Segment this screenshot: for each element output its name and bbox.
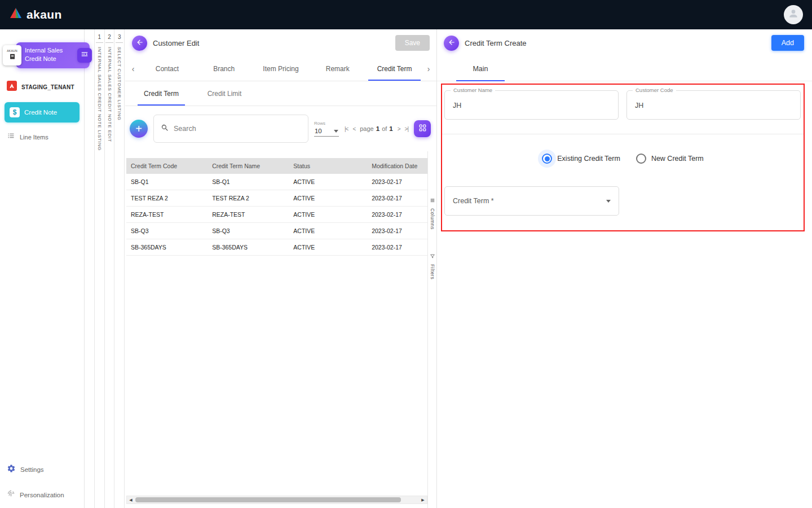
- page-indicator: page 1 of 1: [360, 125, 392, 132]
- tabs-scroll-left[interactable]: ‹: [127, 56, 139, 81]
- arrow-back-icon: [448, 38, 456, 48]
- columns-label: Columns: [430, 208, 435, 230]
- table-row[interactable]: SB-Q1 SB-Q1 ACTIVE 2023-02-17: [126, 174, 427, 190]
- caret-down-icon: [334, 130, 338, 133]
- sidebar-item-personalization[interactable]: Personalization: [0, 489, 84, 500]
- credit-note-icon: $: [10, 107, 20, 117]
- rows-value: 10: [315, 128, 322, 134]
- tab-main[interactable]: Main: [456, 56, 505, 81]
- sidebar-item-label: Line Items: [20, 134, 48, 141]
- radio-existing-credit-term[interactable]: Existing Credit Term: [542, 154, 620, 164]
- subtab-credit-term[interactable]: Credit Term: [130, 81, 193, 106]
- prev-page-button[interactable]: <: [352, 126, 355, 132]
- akaun-logo-icon: [9, 7, 23, 23]
- tenant-row[interactable]: STAGING_TENANT: [0, 81, 84, 93]
- tab-remark[interactable]: Remark: [309, 56, 366, 81]
- column-header: Status: [289, 158, 367, 174]
- credit-term-select[interactable]: Credit Term *: [444, 186, 619, 216]
- credit-term-subtabs: Credit Term Credit Limit: [125, 81, 436, 106]
- rows-label: Rows: [314, 121, 339, 126]
- select-caret-icon: [606, 200, 611, 203]
- table-row[interactable]: SB-365DAYS SB-365DAYS ACTIVE 2023-02-17: [126, 239, 427, 256]
- add-credit-term-button[interactable]: +: [130, 120, 148, 138]
- save-button[interactable]: Save: [395, 35, 430, 51]
- sidebar-item-settings[interactable]: Settings: [0, 464, 84, 475]
- column-header: Credit Term Name: [208, 158, 289, 174]
- breadcrumb-tab-1[interactable]: 1 INTERNAL SALES CREDIT NOTE LISTING: [95, 29, 105, 508]
- customer-edit-header: Customer Edit Save: [125, 29, 436, 56]
- back-button[interactable]: [444, 36, 459, 51]
- back-button[interactable]: [132, 36, 147, 51]
- grid-view-icon: [418, 124, 427, 134]
- tenant-icon: [7, 81, 17, 93]
- filter-icon: [430, 251, 435, 261]
- sidebar-item-line-items[interactable]: Line Items: [0, 132, 84, 142]
- table-side-tools: Columns Filters: [427, 151, 436, 508]
- menu-icon: [81, 50, 89, 60]
- table-row[interactable]: REZA-TEST REZA-TEST ACTIVE 2023-02-17: [126, 207, 427, 223]
- customer-name-label: Customer Name: [451, 87, 495, 93]
- columns-icon: [430, 195, 435, 205]
- breadcrumb-tab-2[interactable]: 2 INTERNAL SALES CREDIT NOTE EDIT: [105, 29, 115, 508]
- table-row[interactable]: TEST REZA 2 TEST REZA 2 ACTIVE 2023-02-1…: [126, 190, 427, 207]
- table-row[interactable]: SB-Q3 SB-Q3 ACTIVE 2023-02-17: [126, 223, 427, 239]
- breadcrumb-tab-3[interactable]: 3 SELECT CUSTOMER LISTING: [114, 29, 125, 508]
- sidebar-item-label: Personalization: [20, 492, 64, 498]
- tabs-scroll-right[interactable]: ›: [423, 56, 434, 81]
- radio-label: New Credit Term: [651, 155, 704, 163]
- subtab-credit-limit[interactable]: Credit Limit: [193, 81, 256, 106]
- credit-term-create-panel: Credit Term Create Add Main Customer Nam…: [437, 29, 812, 508]
- tab-contact[interactable]: Contact: [139, 56, 196, 81]
- pagination: |< < page 1 of 1 > >|: [345, 125, 408, 132]
- credit-term-table: Credit Term Code Credit Term Name Status…: [126, 158, 427, 256]
- customer-code-field: Customer Code: [626, 90, 801, 120]
- sidebar-item-credit-note[interactable]: $ Credit Note: [5, 102, 80, 122]
- tab-credit-term[interactable]: Credit Term: [366, 56, 423, 81]
- credit-term-create-header: Credit Term Create Add: [437, 29, 812, 56]
- sidebar-item-label: Credit Note: [24, 109, 57, 116]
- brand: akaun: [9, 7, 62, 23]
- customer-code-input[interactable]: [627, 91, 800, 119]
- scrollbar-thumb[interactable]: [135, 497, 401, 502]
- credit-term-select-label: Credit Term *: [453, 197, 494, 205]
- filters-label: Filters: [430, 264, 435, 279]
- scroll-left-icon[interactable]: ◀: [127, 496, 135, 503]
- breadcrumb-number: 1: [96, 33, 104, 43]
- table-area: Credit Term Code Credit Term Name Status…: [125, 151, 436, 508]
- search-input[interactable]: [174, 125, 301, 133]
- last-page-button[interactable]: >|: [405, 126, 408, 132]
- breadcrumb-label: INTERNAL SALES CREDIT NOTE LISTING: [97, 47, 102, 151]
- column-header: Modification Date: [367, 158, 427, 174]
- tab-branch[interactable]: Branch: [196, 56, 253, 81]
- gear-icon: [7, 464, 16, 475]
- scroll-right-icon[interactable]: ▶: [419, 496, 427, 503]
- next-page-button[interactable]: >: [398, 126, 400, 132]
- radio-new-credit-term[interactable]: New Credit Term: [636, 154, 704, 164]
- grid-view-button[interactable]: [414, 120, 431, 137]
- first-page-button[interactable]: |<: [345, 126, 348, 132]
- radio-selected-icon: [542, 154, 552, 164]
- customer-fields-row: Customer Name Customer Code: [442, 85, 804, 120]
- radio-label: Existing Credit Term: [557, 155, 620, 163]
- customer-code-label: Customer Code: [633, 87, 676, 93]
- app-root: akaun AKAUN Internal Sales Credit Note: [0, 0, 812, 508]
- rows-per-page-select[interactable]: Rows 10: [314, 121, 339, 137]
- horizontal-scrollbar[interactable]: ◀ ▶: [126, 496, 427, 504]
- add-button[interactable]: Add: [771, 35, 804, 51]
- arrow-back-icon: [136, 38, 144, 48]
- tenant-label: STAGING_TENANT: [21, 84, 74, 90]
- person-icon: [788, 8, 799, 21]
- create-tabbar: Main: [437, 56, 812, 81]
- columns-control[interactable]: Columns: [430, 195, 435, 230]
- search-box: [153, 115, 308, 143]
- user-avatar[interactable]: [784, 5, 803, 24]
- menu-toggle-button[interactable]: [77, 48, 92, 63]
- tab-item-pricing[interactable]: Item Pricing: [253, 56, 310, 81]
- breadcrumb-label: SELECT CUSTOMER LISTING: [117, 47, 122, 121]
- sidebar-item-label: Settings: [20, 466, 44, 473]
- topbar: akaun: [0, 0, 812, 29]
- breadcrumb-label: INTERNAL SALES CREDIT NOTE EDIT: [107, 47, 112, 142]
- filters-control[interactable]: Filters: [430, 251, 435, 279]
- customer-name-input[interactable]: [445, 91, 618, 119]
- customer-edit-panel: Customer Edit Save ‹ Contact Branch Item…: [125, 29, 437, 508]
